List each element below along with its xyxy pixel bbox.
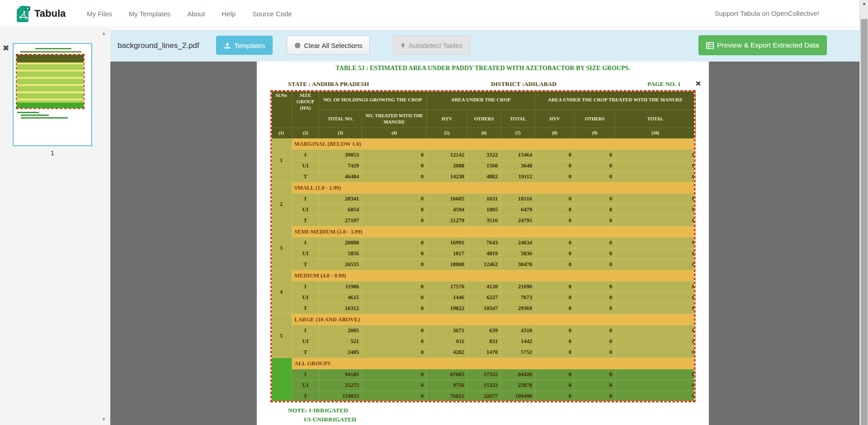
templates-button-label: Templates (234, 42, 265, 49)
pdf-table-title: TABLE 5J : ESTIMATED AREA UNDER PADDY TR… (257, 65, 709, 72)
thumbnail-page-number: 1 (13, 149, 92, 157)
preview-export-button[interactable]: Preview & Export Extracted Data (698, 35, 827, 55)
pdf-district-label: DISTRICT :ADILABAD (491, 81, 557, 88)
page-thumbnails-sidebar: ✖ 1 ▲ ▼ (0, 28, 110, 425)
document-toolbar: background_lines_2.pdf Templates ⊗ Clear… (110, 30, 859, 62)
mini-table (17, 55, 84, 108)
pdf-state-label: STATE : ANDHRA PRADESH (288, 81, 369, 88)
table-selection-box[interactable] (270, 90, 695, 402)
scrollbar-up-icon[interactable]: ▲ (860, 1, 868, 6)
lightning-bolt-icon (401, 42, 406, 49)
window-scrollbar: ▲ (859, 0, 868, 425)
sidebar-scroll-up-icon[interactable]: ▲ (101, 30, 106, 36)
mini-selection-border (16, 54, 85, 109)
pdf-note-line-1: NOTE: I-IRRIGATED (288, 407, 348, 414)
sidebar-scroll-down-icon[interactable]: ▼ (101, 416, 106, 422)
autodetect-button-label: Autodetect Tables (409, 42, 462, 49)
page-thumbnail[interactable] (13, 43, 92, 146)
nav-item-my-files[interactable]: My Files (87, 10, 112, 18)
templates-button[interactable]: Templates (216, 36, 273, 55)
nav-item-source-code[interactable]: Source Code (252, 10, 292, 18)
top-navbar: Tabula My Files My Templates About Help … (0, 0, 859, 27)
mini-note-line (21, 117, 68, 119)
clear-all-selections-button[interactable]: ⊗ Clear All Selections (287, 36, 370, 55)
clear-button-label: Clear All Selections (304, 42, 362, 49)
autodetect-tables-button[interactable]: Autodetect Tables (393, 36, 470, 55)
template-icon (224, 42, 231, 49)
pdf-note-line-2: UI-UNIRRIGATED (304, 416, 356, 423)
mini-title-line (35, 48, 71, 49)
app-window: Tabula My Files My Templates About Help … (0, 0, 868, 425)
support-link[interactable]: Support Tabula on OpenCollective! (714, 0, 819, 27)
pdf-viewer-area: TABLE 5J : ESTIMATED AREA UNDER PADDY TR… (110, 62, 859, 425)
tabula-logo-icon[interactable] (16, 5, 31, 23)
mini-note-line (21, 115, 49, 116)
clear-circle-icon: ⊗ (294, 42, 301, 49)
export-button-label: Preview & Export Extracted Data (717, 41, 819, 49)
table-grid-icon (706, 42, 714, 49)
mini-meta-line (20, 51, 81, 53)
selection-close-icon[interactable]: ✕ (695, 80, 701, 87)
nav-item-help[interactable]: Help (222, 10, 236, 18)
mini-note-line (17, 112, 39, 113)
pdf-page-no-label: PAGE NO. 1 (647, 81, 681, 88)
remove-page-icon[interactable]: ✖ (3, 43, 9, 53)
brand-title[interactable]: Tabula (34, 0, 66, 27)
nav-menu: My Files My Templates About Help Source … (87, 0, 292, 27)
nav-item-my-templates[interactable]: My Templates (129, 10, 170, 18)
document-filename: background_lines_2.pdf (118, 30, 199, 62)
nav-item-about[interactable]: About (187, 10, 205, 18)
scrollbar-thumb[interactable] (861, 19, 868, 425)
pdf-page: TABLE 5J : ESTIMATED AREA UNDER PADDY TR… (257, 62, 709, 425)
